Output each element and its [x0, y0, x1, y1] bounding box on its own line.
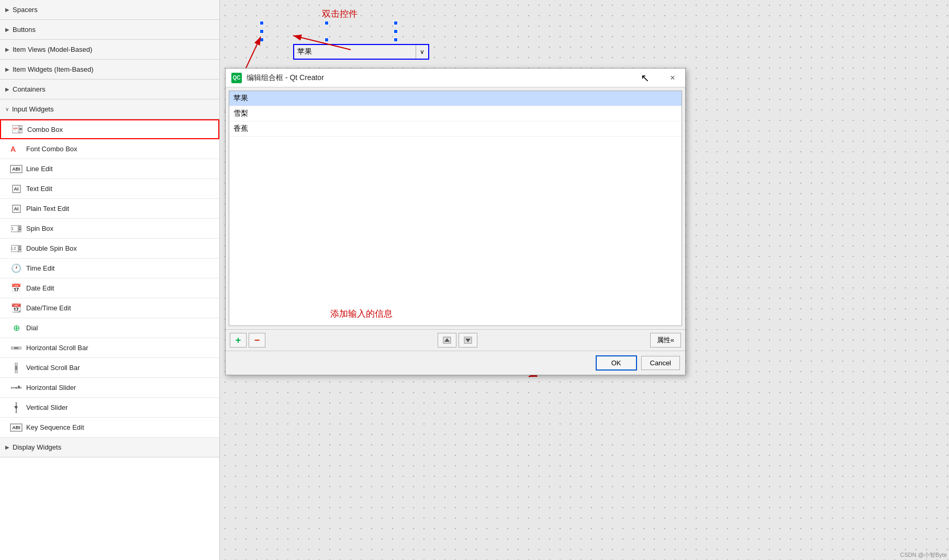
- sidebar-item-v-slider[interactable]: Vertical Slider: [0, 398, 219, 418]
- dialog-list-item-0[interactable]: 苹果: [229, 91, 682, 106]
- add-item-button[interactable]: +: [230, 333, 247, 348]
- sidebar-item-font-combo-box[interactable]: Font Combo Box: [0, 139, 219, 159]
- sidebar-group-spacers-label: Spacers: [13, 6, 38, 14]
- qc-brand-icon: QC: [231, 73, 242, 83]
- move-down-button[interactable]: [459, 333, 477, 348]
- sidebar-item-double-spin-box[interactable]: 1.2 Double Spin Box: [0, 239, 219, 259]
- move-up-button[interactable]: [438, 333, 456, 348]
- sidebar-item-spin-box[interactable]: 1 Spin Box: [0, 219, 219, 239]
- handle-tm: [325, 21, 329, 25]
- ok-button[interactable]: OK: [596, 355, 637, 371]
- dialog-body: 苹果 雪梨 香蕉: [226, 87, 685, 329]
- h-slider-label: Horizontal Slider: [26, 384, 76, 391]
- canvas-combo-box-widget[interactable]: 苹果 ∨: [293, 44, 429, 60]
- sidebar-item-text-edit[interactable]: AI Text Edit: [0, 179, 219, 199]
- sidebar-group-buttons[interactable]: ▶ Buttons: [0, 20, 219, 40]
- combo-box-dropdown-arrow: ∨: [416, 45, 428, 59]
- chevron-item-views-icon: ▶: [5, 47, 9, 52]
- dial-icon: ⊕: [10, 322, 22, 334]
- handle-br: [394, 38, 398, 42]
- font-combo-box-icon: [10, 143, 22, 155]
- double-spin-box-icon: 1.2: [10, 243, 22, 254]
- cancel-button[interactable]: Cancel: [641, 356, 680, 370]
- h-scroll-bar-icon: [10, 342, 22, 354]
- time-edit-icon: 🕐: [10, 263, 22, 274]
- dial-label: Dial: [26, 324, 38, 332]
- dialog-actions: OK Cancel: [226, 351, 685, 375]
- line-edit-icon: ABI: [10, 163, 22, 175]
- chevron-spacers-icon: ▶: [5, 7, 9, 13]
- sidebar-item-h-slider[interactable]: Horizontal Slider: [0, 378, 219, 398]
- properties-button[interactable]: 属性«: [650, 333, 681, 348]
- remove-item-button[interactable]: −: [249, 333, 265, 348]
- sidebar-item-time-edit[interactable]: 🕐 Time Edit: [0, 259, 219, 278]
- svg-rect-22: [14, 347, 18, 349]
- handle-tl: [260, 21, 264, 25]
- svg-rect-24: [15, 366, 17, 370]
- dialog-titlebar: QC 编辑组合框 - Qt Creator ↖ ×: [226, 69, 685, 87]
- dialog-items-list[interactable]: 苹果 雪梨 香蕉: [229, 91, 682, 326]
- sidebar-item-plain-text-edit[interactable]: AI Plain Text Edit: [0, 199, 219, 219]
- dialog-title-text: 编辑组合框 - Qt Creator: [247, 73, 641, 83]
- sidebar-item-dial[interactable]: ⊕ Dial: [0, 318, 219, 338]
- handle-mr: [394, 29, 398, 33]
- sidebar-item-v-scroll-bar[interactable]: Vertical Scroll Bar: [0, 358, 219, 378]
- dialog-close-button[interactable]: ×: [665, 71, 680, 85]
- double-spin-box-label: Double Spin Box: [26, 244, 77, 252]
- sidebar-group-containers-label: Containers: [13, 85, 46, 93]
- handle-bm: [325, 38, 329, 42]
- v-slider-label: Vertical Slider: [26, 404, 68, 411]
- font-combo-box-label: Font Combo Box: [26, 145, 77, 153]
- plain-text-edit-label: Plain Text Edit: [26, 205, 69, 212]
- sidebar-group-buttons-label: Buttons: [13, 26, 36, 33]
- canvas-combo-box-value: 苹果: [294, 47, 416, 57]
- chevron-item-widgets-icon: ▶: [5, 66, 9, 72]
- dialog-list-item-1[interactable]: 雪梨: [229, 106, 682, 121]
- svg-text:1: 1: [12, 227, 14, 230]
- text-edit-icon: AI: [10, 183, 22, 195]
- sidebar-item-h-scroll-bar[interactable]: Horizontal Scroll Bar: [0, 338, 219, 358]
- sidebar-group-item-views-label: Item Views (Model-Based): [13, 46, 92, 53]
- v-scroll-bar-label: Vertical Scroll Bar: [26, 364, 80, 372]
- chevron-containers-icon: ▶: [5, 86, 9, 92]
- dialog-footer-toolbar: + − 属性«: [226, 329, 685, 351]
- sidebar-item-combo-box[interactable]: Combo Box: [0, 119, 219, 139]
- key-seq-edit-icon: ABI: [10, 422, 22, 433]
- sidebar-group-input-widgets[interactable]: ∨ Input Widgets: [0, 99, 219, 119]
- sidebar-item-datetime-edit[interactable]: 📆 Date/Time Edit: [0, 298, 219, 318]
- sidebar-item-date-edit[interactable]: 📅 Date Edit: [0, 278, 219, 298]
- sidebar-group-item-views[interactable]: ▶ Item Views (Model-Based): [0, 40, 219, 60]
- text-edit-label: Text Edit: [26, 185, 52, 193]
- annotation-double-click: 双击控件: [322, 8, 358, 20]
- sidebar-group-item-widgets-label: Item Widgets (Item-Based): [13, 65, 94, 73]
- combo-box-icon: [12, 124, 23, 135]
- v-slider-icon: [10, 402, 22, 413]
- chevron-display-widgets-icon: ▶: [5, 444, 9, 450]
- sidebar-group-display-widgets[interactable]: ▶ Display Widgets: [0, 438, 219, 457]
- sidebar-item-line-edit[interactable]: ABI Line Edit: [0, 159, 219, 179]
- sidebar-group-input-widgets-label: Input Widgets: [12, 105, 54, 113]
- svg-line-6: [11, 147, 13, 152]
- dialog-list-item-2[interactable]: 香蕉: [229, 121, 682, 137]
- sidebar-group-containers[interactable]: ▶ Containers: [0, 80, 219, 99]
- date-edit-label: Date Edit: [26, 284, 54, 292]
- chevron-buttons-icon: ▶: [5, 27, 9, 32]
- line-edit-label: Line Edit: [26, 165, 53, 173]
- handle-bl: [260, 38, 264, 42]
- spin-box-label: Spin Box: [26, 225, 53, 232]
- sidebar-group-item-widgets[interactable]: ▶ Item Widgets (Item-Based): [0, 60, 219, 80]
- watermark-text: CSDN @小智Byte: [900, 551, 947, 559]
- handle-tr: [394, 21, 398, 25]
- chevron-input-widgets-icon: ∨: [5, 106, 9, 112]
- edit-combo-dialog: QC 编辑组合框 - Qt Creator ↖ × 苹果 雪梨 香蕉 添加输入的…: [225, 68, 686, 375]
- combo-box-label: Combo Box: [27, 126, 63, 133]
- time-edit-label: Time Edit: [26, 264, 54, 272]
- svg-line-7: [13, 147, 15, 152]
- cursor-indicator: ↖: [641, 72, 650, 84]
- datetime-edit-label: Date/Time Edit: [26, 304, 71, 312]
- spin-box-icon: 1: [10, 223, 22, 234]
- sidebar-group-display-widgets-label: Display Widgets: [13, 443, 61, 451]
- key-seq-edit-label: Key Sequence Edit: [26, 423, 84, 431]
- sidebar-group-spacers[interactable]: ▶ Spacers: [0, 0, 219, 20]
- sidebar-item-key-seq-edit[interactable]: ABI Key Sequence Edit: [0, 418, 219, 438]
